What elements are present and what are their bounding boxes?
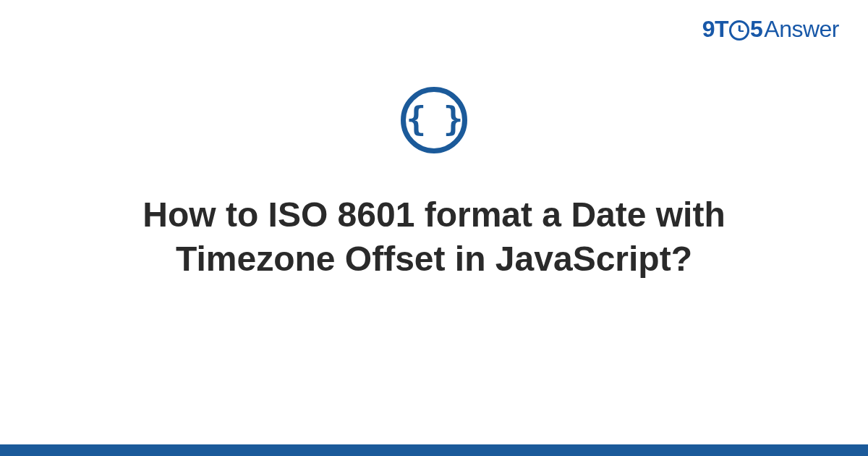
logo-t: T [715,16,728,43]
bottom-accent-bar [0,444,868,456]
logo-answer: Answer [764,16,839,43]
clock-icon [729,20,749,41]
question-title: How to ISO 8601 format a Date with Timez… [109,193,760,282]
logo-five: 5 [750,16,762,43]
category-icon-circle: { } [401,87,467,153]
main-content: { } How to ISO 8601 format a Date with T… [0,87,868,282]
logo-nine: 9 [702,16,715,43]
code-braces-icon: { } [406,102,461,135]
site-logo: 9 T 5 Answer [702,16,839,43]
